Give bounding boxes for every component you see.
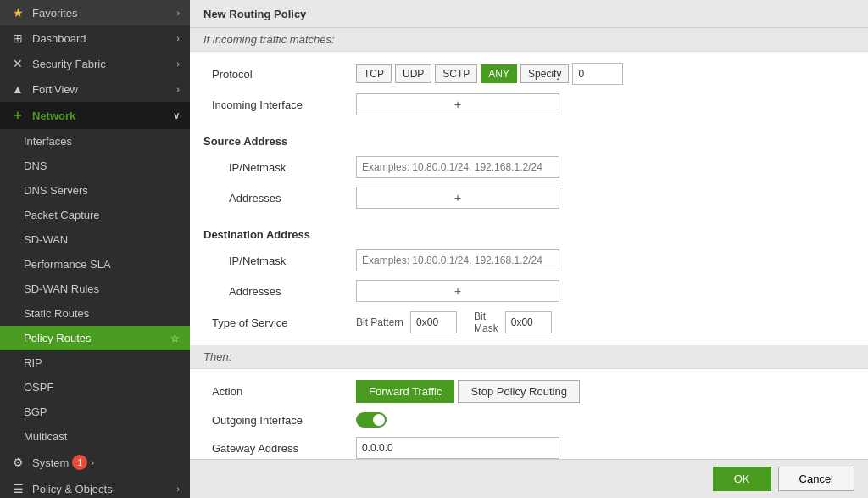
- forward-traffic-btn[interactable]: Forward Traffic: [356, 380, 454, 403]
- sidebar-item-favorites[interactable]: ★ Favorites ›: [0, 0, 190, 25]
- protocol-udp-btn[interactable]: UDP: [395, 64, 431, 83]
- system-badge: 1: [72, 455, 87, 470]
- bit-mask-input[interactable]: [505, 311, 552, 333]
- chevron-down-icon: ∨: [173, 110, 180, 121]
- sidebar-item-dns-servers[interactable]: DNS Servers: [0, 178, 190, 203]
- destination-addresses-row: Addresses +: [203, 276, 854, 306]
- sidebar-item-fortiview[interactable]: ▲ FortiView ›: [0, 76, 190, 102]
- gateway-address-controls: 0.0.0.0: [356, 437, 559, 459]
- sidebar-item-label: SD-WAN Rules: [24, 283, 99, 295]
- sidebar-item-policy-routes[interactable]: Policy Routes ☆: [0, 326, 190, 350]
- sidebar-item-system[interactable]: ⚙ System 1 ›: [0, 449, 190, 476]
- sidebar-item-sd-wan-rules[interactable]: SD-WAN Rules: [0, 277, 190, 301]
- source-address-group-row: Source Address: [203, 120, 854, 152]
- protocol-controls: TCP UDP SCTP ANY Specify: [356, 63, 623, 85]
- source-addresses-label: Addresses: [203, 192, 356, 204]
- sidebar-item-ospf[interactable]: OSPF: [0, 375, 190, 400]
- chevron-icon: ›: [176, 8, 180, 18]
- sidebar-item-label: Static Routes: [24, 307, 89, 320]
- sidebar-item-dashboard[interactable]: ⊞ Dashboard ›: [0, 25, 190, 51]
- protocol-row: Protocol TCP UDP SCTP ANY Specify: [203, 59, 854, 89]
- sidebar-item-security-fabric[interactable]: ✕ Security Fabric ›: [0, 51, 190, 76]
- policy-icon: ☰: [10, 482, 25, 495]
- outgoing-interface-row: Outgoing Interface: [203, 407, 854, 433]
- protocol-specify-input[interactable]: [572, 63, 623, 85]
- destination-ip-input[interactable]: [356, 249, 559, 271]
- sidebar-item-interfaces[interactable]: Interfaces: [0, 129, 190, 154]
- sidebar-item-label: Multicast: [24, 430, 67, 443]
- tos-label: Type of Service: [203, 316, 356, 329]
- then-form-area: Action Forward Traffic Stop Policy Routi…: [190, 369, 868, 459]
- chevron-icon: ›: [176, 84, 180, 94]
- destination-ip-label: IP/Netmask: [203, 255, 356, 267]
- then-section-label: Then:: [190, 345, 868, 369]
- incoming-interface-controls: +: [356, 93, 559, 115]
- sidebar-item-label: SD-WAN: [24, 233, 68, 246]
- protocol-sctp-btn[interactable]: SCTP: [435, 64, 477, 83]
- content-area: If incoming traffic matches: Protocol TC…: [190, 28, 868, 459]
- destination-addresses-label: Addresses: [203, 285, 356, 298]
- source-ip-input[interactable]: [356, 156, 559, 178]
- grid-icon: ⊞: [10, 31, 25, 45]
- outgoing-interface-label: Outgoing Interface: [203, 414, 356, 427]
- main-content: New Routing Policy If incoming traffic m…: [190, 0, 868, 498]
- chevron-icon: ›: [176, 484, 180, 494]
- sidebar-item-multicast[interactable]: Multicast: [0, 424, 190, 449]
- footer: OK Cancel: [190, 459, 868, 498]
- gateway-address-label: Gateway Address: [203, 442, 356, 455]
- protocol-tcp-btn[interactable]: TCP: [356, 64, 392, 83]
- action-controls: Forward Traffic Stop Policy Routing: [356, 380, 580, 403]
- incoming-interface-label: Incoming Interface: [203, 98, 356, 111]
- sidebar-item-bgp[interactable]: BGP: [0, 400, 190, 424]
- chevron-icon: ›: [176, 33, 180, 43]
- sidebar-item-label: DNS: [24, 159, 47, 172]
- sidebar-item-label: Favorites: [32, 7, 77, 20]
- stop-policy-routing-btn[interactable]: Stop Policy Routing: [458, 380, 579, 403]
- sidebar-item-label: OSPF: [24, 381, 53, 394]
- destination-ip-netmask-row: IP/Netmask: [203, 245, 854, 276]
- chevron-icon: ›: [91, 457, 94, 467]
- sidebar-item-label: BGP: [24, 406, 47, 418]
- source-address-group-label: Source Address: [203, 128, 356, 148]
- destination-addresses-controls: +: [356, 280, 559, 302]
- star-icon: ★: [10, 6, 25, 20]
- sidebar-item-packet-capture[interactable]: Packet Capture: [0, 203, 190, 227]
- system-icon: ⚙: [10, 456, 25, 469]
- sidebar-item-network[interactable]: + Network ∨: [0, 102, 190, 129]
- sidebar-item-policy-objects[interactable]: ☰ Policy & Objects ›: [0, 476, 190, 498]
- sidebar-item-dns[interactable]: DNS: [0, 154, 190, 178]
- source-ip-controls: [356, 156, 559, 178]
- favorite-star-icon: ☆: [170, 333, 180, 344]
- ok-button[interactable]: OK: [713, 467, 771, 491]
- incoming-interface-add-btn[interactable]: +: [356, 93, 559, 115]
- sidebar-item-label: FortiView: [32, 83, 78, 96]
- fortiview-icon: ▲: [10, 82, 25, 96]
- chevron-icon: ›: [176, 59, 180, 69]
- sidebar-item-sd-wan[interactable]: SD-WAN: [0, 227, 190, 252]
- destination-addresses-add-btn[interactable]: +: [356, 280, 559, 302]
- tos-controls: Bit Pattern BitMask: [356, 311, 552, 334]
- sidebar-item-label: Packet Capture: [24, 209, 100, 221]
- destination-ip-controls: [356, 249, 559, 271]
- network-icon: +: [10, 108, 25, 123]
- outgoing-interface-toggle[interactable]: [356, 412, 387, 428]
- bit-pattern-input[interactable]: [410, 311, 457, 333]
- sidebar-item-label: Policy Routes: [24, 332, 91, 344]
- gateway-address-input[interactable]: 0.0.0.0: [356, 437, 559, 459]
- condition-section-label: If incoming traffic matches:: [190, 28, 868, 52]
- action-label: Action: [203, 385, 356, 398]
- gateway-address-row: Gateway Address 0.0.0.0: [203, 433, 854, 459]
- sidebar-item-rip[interactable]: RIP: [0, 350, 190, 375]
- sidebar-item-label: System: [32, 456, 69, 469]
- sidebar-item-static-routes[interactable]: Static Routes: [0, 301, 190, 326]
- protocol-specify-btn[interactable]: Specify: [520, 64, 569, 83]
- protocol-any-btn[interactable]: ANY: [481, 64, 517, 83]
- sidebar-item-label: Policy & Objects: [32, 483, 113, 495]
- outgoing-interface-controls: [356, 412, 387, 428]
- security-fabric-icon: ✕: [10, 57, 25, 70]
- cancel-button[interactable]: Cancel: [778, 467, 854, 491]
- sidebar-item-performance-sla[interactable]: Performance SLA: [0, 252, 190, 277]
- source-addresses-add-btn[interactable]: +: [356, 187, 559, 209]
- sidebar-item-label: Dashboard: [32, 32, 86, 45]
- bit-mask-label: BitMask: [474, 311, 498, 334]
